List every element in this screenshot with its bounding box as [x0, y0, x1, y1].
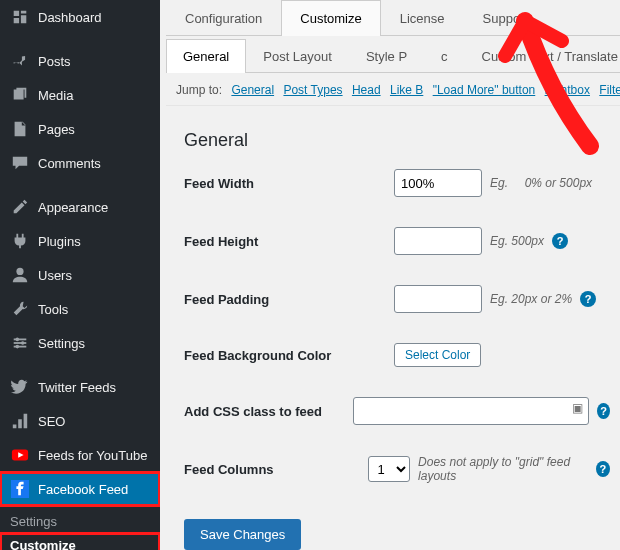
pin-icon [10, 51, 30, 71]
sidebar-item-pages[interactable]: Pages [0, 112, 160, 146]
sidebar-item-comments[interactable]: Comments [0, 146, 160, 180]
sidebar-item-dashboard[interactable]: Dashboard [0, 0, 160, 34]
tab-license[interactable]: License [381, 0, 464, 36]
tab-customize[interactable]: Customize [281, 0, 380, 36]
subtab-post-layout[interactable]: Post Layout [246, 39, 349, 73]
section-heading: General [184, 130, 610, 151]
label-css-class: Add CSS class to feed [184, 404, 353, 419]
subtab-hidden[interactable]: c [424, 39, 465, 73]
sidebar-item-youtube[interactable]: Feeds for YouTube [0, 438, 160, 472]
sidebar-item-facebook-feed[interactable]: Facebook Feed [0, 472, 160, 506]
facebook-icon [10, 479, 30, 499]
sidebar-item-posts[interactable]: Posts [0, 44, 160, 78]
sidebar-label: Users [38, 268, 72, 283]
tab-support[interactable]: Support [464, 0, 548, 36]
field-css-class: Add CSS class to feed ▣ ? [184, 397, 610, 425]
jump-link-filter[interactable]: Filter [599, 83, 620, 97]
field-feed-width: Feed Width Eg. 0% or 500px [184, 169, 610, 197]
field-feed-bg-color: Feed Background Color Select Color [184, 343, 610, 367]
field-feed-columns: Feed Columns 1 Does not apply to "grid" … [184, 455, 610, 483]
svg-point-0 [16, 268, 23, 275]
sidebar-item-settings[interactable]: Settings [0, 326, 160, 360]
help-icon[interactable]: ? [596, 461, 610, 477]
input-css-class[interactable] [353, 397, 589, 425]
appearance-icon [10, 197, 30, 217]
select-feed-columns[interactable]: 1 [368, 456, 410, 482]
help-icon[interactable]: ? [552, 233, 568, 249]
input-feed-padding[interactable] [394, 285, 482, 313]
top-tab-bar: Configuration Customize License Support [166, 0, 620, 36]
sidebar-label: Appearance [38, 200, 108, 215]
sidebar-label: Posts [38, 54, 71, 69]
sidebar-item-twitter[interactable]: Twitter Feeds [0, 370, 160, 404]
sidebar-submenu-customize[interactable]: Customize [0, 533, 160, 550]
hint-feed-columns: Does not apply to "grid" feed layouts [418, 455, 588, 483]
plugins-icon [10, 231, 30, 251]
save-changes-button[interactable]: Save Changes [184, 519, 301, 550]
tab-configuration[interactable]: Configuration [166, 0, 281, 36]
jump-link-loadmore[interactable]: "Load More" button [433, 83, 536, 97]
label-feed-padding: Feed Padding [184, 292, 394, 307]
media-icon [10, 85, 30, 105]
seo-icon [10, 411, 30, 431]
sidebar-item-appearance[interactable]: Appearance [0, 190, 160, 224]
input-feed-width[interactable] [394, 169, 482, 197]
sidebar-label: Comments [38, 156, 101, 171]
jump-link-post-types[interactable]: Post Types [283, 83, 342, 97]
sidebar-label: Tools [38, 302, 68, 317]
general-section: General Feed Width Eg. 0% or 500px Feed … [166, 106, 620, 550]
youtube-icon [10, 445, 30, 465]
hint-feed-height: Eg. 500px [490, 234, 544, 248]
input-badge-icon: ▣ [572, 401, 583, 415]
comments-icon [10, 153, 30, 173]
svg-point-5 [21, 341, 25, 345]
sidebar-label: Media [38, 88, 73, 103]
input-feed-height[interactable] [394, 227, 482, 255]
sub-tab-bar: General Post Layout Style P c Custom Tex… [166, 39, 620, 73]
jump-to-row: Jump to: General Post Types Head Like B … [166, 73, 620, 106]
pages-icon [10, 119, 30, 139]
jump-label: Jump to: [176, 83, 222, 97]
svg-point-6 [16, 345, 20, 349]
tools-icon [10, 299, 30, 319]
sidebar-label: Feeds for YouTube [38, 448, 147, 463]
sidebar-item-media[interactable]: Media [0, 78, 160, 112]
jump-link-head[interactable]: Head [352, 83, 381, 97]
label-feed-width: Feed Width [184, 176, 394, 191]
select-color-button[interactable]: Select Color [394, 343, 481, 367]
sidebar-label: Plugins [38, 234, 81, 249]
sidebar-item-seo[interactable]: SEO [0, 404, 160, 438]
sidebar-item-tools[interactable]: Tools [0, 292, 160, 326]
sidebar-label: Twitter Feeds [38, 380, 116, 395]
field-feed-height: Feed Height Eg. 500px ? [184, 227, 610, 255]
sidebar-label: Pages [38, 122, 75, 137]
users-icon [10, 265, 30, 285]
jump-link-likebox[interactable]: Like B [390, 83, 423, 97]
dashboard-icon [10, 7, 30, 27]
sidebar-item-users[interactable]: Users [0, 258, 160, 292]
sidebar-label: Dashboard [38, 10, 102, 25]
label-feed-height: Feed Height [184, 234, 394, 249]
svg-point-4 [16, 338, 20, 342]
settings-icon [10, 333, 30, 353]
help-icon[interactable]: ? [597, 403, 610, 419]
hint-feed-padding: Eg. 20px or 2% [490, 292, 572, 306]
sidebar-submenu-heading: Settings [0, 506, 160, 533]
twitter-icon [10, 377, 30, 397]
sidebar-label: Facebook Feed [38, 482, 128, 497]
sidebar-label: SEO [38, 414, 65, 429]
field-feed-padding: Feed Padding Eg. 20px or 2% ? [184, 285, 610, 313]
wp-admin-sidebar: Dashboard Posts Media Pages Comments App… [0, 0, 160, 550]
label-feed-bg-color: Feed Background Color [184, 348, 394, 363]
sidebar-item-plugins[interactable]: Plugins [0, 224, 160, 258]
label-feed-columns: Feed Columns [184, 462, 368, 477]
jump-link-lightbox[interactable]: Lightbox [545, 83, 590, 97]
hint-feed-width: Eg. 0% or 500px [490, 176, 592, 190]
subtab-general[interactable]: General [166, 39, 246, 73]
subtab-custom-text[interactable]: Custom Text / Translate [465, 39, 620, 73]
sidebar-label: Settings [38, 336, 85, 351]
jump-link-general[interactable]: General [231, 83, 274, 97]
subtab-style[interactable]: Style P [349, 39, 424, 73]
help-icon[interactable]: ? [580, 291, 596, 307]
settings-main: Configuration Customize License Support … [160, 0, 620, 550]
